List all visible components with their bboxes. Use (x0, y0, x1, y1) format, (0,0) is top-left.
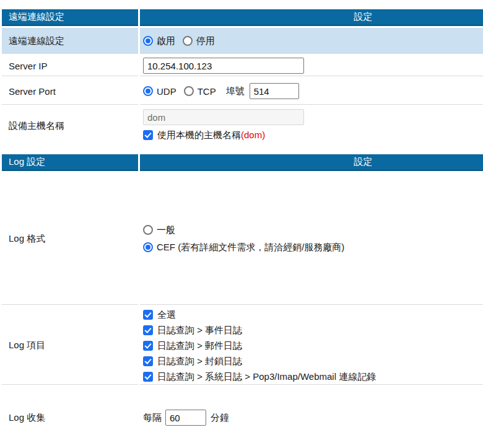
server-ip-row: Server IP (2, 56, 483, 76)
log-item-system-log-option[interactable]: 日誌查詢 > 系統日誌 > Pop3/Imap/Webmail 連線記錄 (143, 369, 483, 384)
event-log-checkbox-icon[interactable] (143, 325, 153, 335)
log-collect-label: Log 收集 (2, 387, 138, 448)
enable-radio-option[interactable]: 啟用 (143, 35, 175, 47)
select-all-checkbox-icon[interactable] (143, 310, 153, 320)
log-format-cef-option[interactable]: CEF (若有詳細文件需求，請洽經銷/服務廠商) (143, 239, 483, 256)
syslog-settings-page: 遠端連線設定 設定 遠端連線設定 啟用 停用 Server IP (0, 0, 483, 448)
use-local-hostname-label: 使用本機的主機名稱 (157, 127, 241, 143)
mail-log-checkbox-icon[interactable] (143, 341, 153, 351)
collect-interval-input[interactable] (165, 410, 206, 426)
log-item-label: 日誌查詢 > 事件日誌 (157, 322, 242, 338)
port-number-label: 埠號 (226, 86, 245, 97)
device-hostname-input (143, 109, 304, 125)
tcp-radio-icon[interactable] (184, 86, 194, 96)
tcp-radio-label: TCP (198, 86, 216, 97)
interval-suffix-label: 分鐘 (211, 412, 229, 424)
udp-radio-option[interactable]: UDP (143, 86, 176, 97)
enable-radio-label: 啟用 (157, 35, 175, 47)
log-format-row: Log 格式 一般 CEF (若有詳細文件需求，請洽經銷/服務廠商) (2, 173, 483, 305)
log-item-label: 日誌查詢 > 郵件日誌 (157, 338, 242, 353)
log-item-mail-log-option[interactable]: 日誌查詢 > 郵件日誌 (143, 338, 483, 353)
log-format-label: Log 格式 (2, 173, 138, 305)
system-log-checkbox-icon[interactable] (143, 372, 153, 382)
log-format-cef-radio-icon[interactable] (143, 242, 153, 252)
log-format-general-radio-icon[interactable] (143, 225, 153, 235)
use-local-hostname-option[interactable]: 使用本機的主機名稱 (dom) (143, 127, 483, 143)
server-port-input[interactable] (250, 83, 299, 99)
log-table-header-row: Log 設定 設定 (2, 154, 483, 171)
log-settings-table: Log 設定 設定 Log 格式 一般 CEF (若有詳細文件需求，請洽經銷/服… (0, 152, 483, 448)
disable-radio-option[interactable]: 停用 (183, 35, 215, 47)
udp-radio-label: UDP (157, 86, 176, 97)
server-port-label: Server Port (2, 78, 138, 105)
log-section-title: Log 設定 (2, 154, 138, 171)
use-local-hostname-checkbox-icon[interactable] (143, 130, 153, 140)
local-hostname-value-hint: (dom) (241, 127, 265, 143)
log-items-label: Log 項目 (2, 307, 138, 385)
udp-radio-icon[interactable] (143, 86, 153, 96)
remote-table-header-row: 遠端連線設定 設定 (2, 9, 483, 26)
remote-enable-row: 遠端連線設定 啟用 停用 (2, 28, 483, 54)
remote-enable-label: 遠端連線設定 (2, 28, 138, 54)
server-port-row: Server Port UDP TCP 埠號 (2, 78, 483, 105)
remote-section-title: 遠端連線設定 (2, 9, 138, 26)
log-settings-column-header: 設定 (140, 154, 483, 171)
log-item-label: 全選 (157, 307, 176, 322)
disable-radio-icon[interactable] (183, 36, 193, 46)
log-item-label: 日誌查詢 > 封鎖日誌 (157, 353, 242, 369)
log-format-cef-label: CEF (若有詳細文件需求，請洽經銷/服務廠商) (157, 239, 344, 256)
device-hostname-label: 設備主機名稱 (2, 107, 138, 145)
tcp-radio-option[interactable]: TCP (184, 86, 216, 97)
remote-connection-table: 遠端連線設定 設定 遠端連線設定 啟用 停用 Server IP (0, 7, 483, 147)
server-ip-input[interactable] (143, 58, 304, 74)
disable-radio-label: 停用 (196, 35, 215, 47)
device-hostname-row: 設備主機名稱 使用本機的主機名稱 (dom) (2, 107, 483, 145)
log-format-general-option[interactable]: 一般 (143, 221, 483, 239)
interval-prefix-label: 每隔 (143, 412, 162, 424)
enable-radio-icon[interactable] (143, 36, 153, 46)
log-item-block-log-option[interactable]: 日誌查詢 > 封鎖日誌 (143, 353, 483, 369)
log-format-general-label: 一般 (157, 221, 175, 239)
log-item-select-all-option[interactable]: 全選 (143, 307, 483, 322)
log-collect-row: Log 收集 每隔 分鐘 (2, 387, 483, 448)
server-ip-label: Server IP (2, 56, 138, 76)
remote-settings-column-header: 設定 (140, 9, 483, 26)
log-item-event-log-option[interactable]: 日誌查詢 > 事件日誌 (143, 322, 483, 338)
block-log-checkbox-icon[interactable] (143, 356, 153, 366)
log-item-label: 日誌查詢 > 系統日誌 > Pop3/Imap/Webmail 連線記錄 (157, 369, 376, 384)
log-items-row: Log 項目 全選 日誌查詢 > 事件日誌 日誌查詢 > 郵件日誌 (2, 307, 483, 385)
